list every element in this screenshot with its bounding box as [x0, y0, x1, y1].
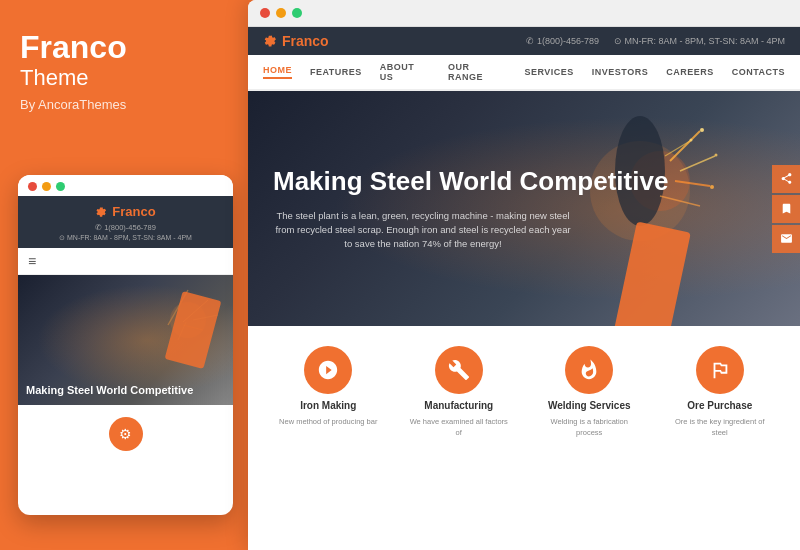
- svg-point-17: [690, 139, 693, 142]
- nav-investors[interactable]: INVESTORS: [592, 67, 648, 77]
- svg-point-14: [700, 128, 704, 132]
- svg-line-9: [670, 131, 700, 161]
- mobile-hours: ⊙ MN-FR: 8AM - 8PM, ST-SN: 8AM - 4PM: [28, 234, 223, 242]
- sidebar-icon-1[interactable]: [772, 165, 800, 193]
- mobile-titlebar: [18, 175, 233, 196]
- wrench-icon: [448, 359, 470, 381]
- flame-icon: [578, 359, 600, 381]
- mobile-logo-row: Franco: [28, 204, 223, 219]
- svg-point-15: [715, 154, 718, 157]
- features-section: Iron Making New method of producing bar …: [248, 326, 800, 453]
- mobile-dot-red: [28, 182, 37, 191]
- ore-purchase-desc: Ore is the key ingredient of steel: [670, 417, 770, 438]
- mobile-header: Franco ✆ 1(800)-456-789 ⊙ MN-FR: 8AM - 8…: [18, 196, 233, 248]
- feature-manufacturing: Manufacturing We have examined all facto…: [394, 346, 525, 438]
- nav-services[interactable]: SERVICES: [524, 67, 573, 77]
- brand-name: Franco Theme: [20, 30, 228, 91]
- site-logo: Franco: [263, 33, 329, 49]
- svg-point-16: [710, 185, 714, 189]
- bookmark-icon: [780, 202, 793, 215]
- brand-title: Franco: [20, 29, 127, 65]
- site-logo-text: Franco: [282, 33, 329, 49]
- site-hero: Making Steel World Competitive The steel…: [248, 91, 800, 326]
- mountain-icon: [709, 359, 731, 381]
- site-header: Franco ✆ 1(800)-456-789 ⊙ MN-FR: 8AM - 8…: [248, 27, 800, 55]
- manufacturing-desc: We have examined all factors of: [409, 417, 509, 438]
- nav-careers[interactable]: CAREERS: [666, 67, 714, 77]
- feature-ore-purchase: Ore Purchase Ore is the key ingredient o…: [655, 346, 786, 438]
- site-contact-info: ✆ 1(800)-456-789 ⊙ MN-FR: 8AM - 8PM, ST-…: [526, 36, 785, 46]
- ore-purchase-icon: [696, 346, 744, 394]
- mobile-menu-bar[interactable]: ≡: [18, 248, 233, 275]
- anvil-icon: [317, 359, 339, 381]
- email-icon: [780, 232, 793, 245]
- mobile-feature-icon: ⚙: [109, 417, 143, 451]
- site-phone: ✆ 1(800)-456-789: [526, 36, 599, 46]
- browser-dot-green[interactable]: [292, 8, 302, 18]
- hero-desc: The steel plant is a lean, green, recycl…: [273, 209, 573, 252]
- sidebar-icon-3[interactable]: [772, 225, 800, 253]
- mobile-icon-row: ⚙: [18, 417, 233, 451]
- feature-iron-making: Iron Making New method of producing bar: [263, 346, 394, 438]
- hero-sidebar-icons: [772, 165, 800, 253]
- nav-features[interactable]: FEATURES: [310, 67, 362, 77]
- browser-dot-red[interactable]: [260, 8, 270, 18]
- manufacturing-icon: [435, 346, 483, 394]
- site-nav: HOME FEATURES ABOUT US OUR RANGE SERVICE…: [248, 55, 800, 91]
- browser-mockup: Franco ✆ 1(800)-456-789 ⊙ MN-FR: 8AM - 8…: [248, 0, 800, 550]
- welding-icon: [565, 346, 613, 394]
- iron-making-desc: New method of producing bar: [279, 417, 377, 428]
- share-icon: [780, 172, 793, 185]
- mobile-hero-title: Making Steel World Competitive: [26, 384, 193, 397]
- nav-range[interactable]: OUR RANGE: [448, 62, 506, 82]
- nav-home[interactable]: HOME: [263, 65, 292, 79]
- mobile-mockup: Franco ✆ 1(800)-456-789 ⊙ MN-FR: 8AM - 8…: [18, 175, 233, 515]
- iron-making-label: Iron Making: [300, 400, 356, 411]
- mobile-logo-text: Franco: [112, 204, 155, 219]
- ore-purchase-label: Ore Purchase: [687, 400, 752, 411]
- site-gear-icon: [263, 34, 277, 48]
- hamburger-icon: ≡: [28, 253, 36, 269]
- mobile-dot-green: [56, 182, 65, 191]
- gear-icon: [95, 206, 107, 218]
- sidebar-icon-2[interactable]: [772, 195, 800, 223]
- manufacturing-label: Manufacturing: [424, 400, 493, 411]
- welding-label: Welding Services: [548, 400, 631, 411]
- site-hours: ⊙ MN-FR: 8AM - 8PM, ST-SN: 8AM - 4PM: [614, 36, 785, 46]
- hero-content: Making Steel World Competitive The steel…: [248, 166, 693, 252]
- iron-making-icon: [304, 346, 352, 394]
- mobile-dot-yellow: [42, 182, 51, 191]
- brand-by: By AncoraThemes: [20, 97, 228, 112]
- nav-about[interactable]: ABOUT US: [380, 62, 430, 82]
- welding-desc: Welding is a fabrication process: [539, 417, 639, 438]
- brand-subtitle: Theme: [20, 65, 228, 91]
- mobile-hero: Making Steel World Competitive: [18, 275, 233, 405]
- mobile-phone: ✆ 1(800)-456-789: [28, 223, 223, 232]
- hero-title: Making Steel World Competitive: [273, 166, 668, 197]
- nav-contacts[interactable]: CONTACTS: [732, 67, 785, 77]
- browser-dot-yellow[interactable]: [276, 8, 286, 18]
- browser-titlebar: [248, 0, 800, 27]
- feature-welding: Welding Services Welding is a fabricatio…: [524, 346, 655, 438]
- left-panel: Franco Theme By AncoraThemes Franco ✆ 1(…: [0, 0, 248, 550]
